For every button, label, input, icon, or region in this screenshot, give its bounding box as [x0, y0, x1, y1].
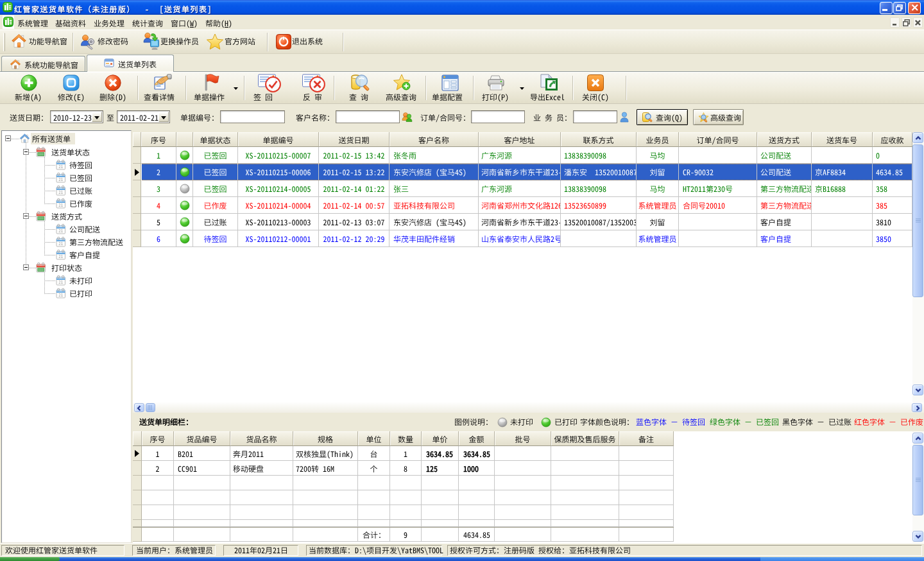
- svg-text:21: 21: [58, 189, 63, 195]
- svg-text:21: 21: [58, 291, 63, 298]
- svg-text:21: 21: [58, 176, 63, 182]
- svg-text:21: 21: [58, 163, 63, 169]
- svg-text:21: 21: [58, 227, 63, 234]
- svg-text:21: 21: [58, 279, 63, 285]
- svg-text:21: 21: [58, 253, 63, 259]
- svg-text:21: 21: [58, 240, 63, 246]
- svg-text:21: 21: [58, 202, 63, 208]
